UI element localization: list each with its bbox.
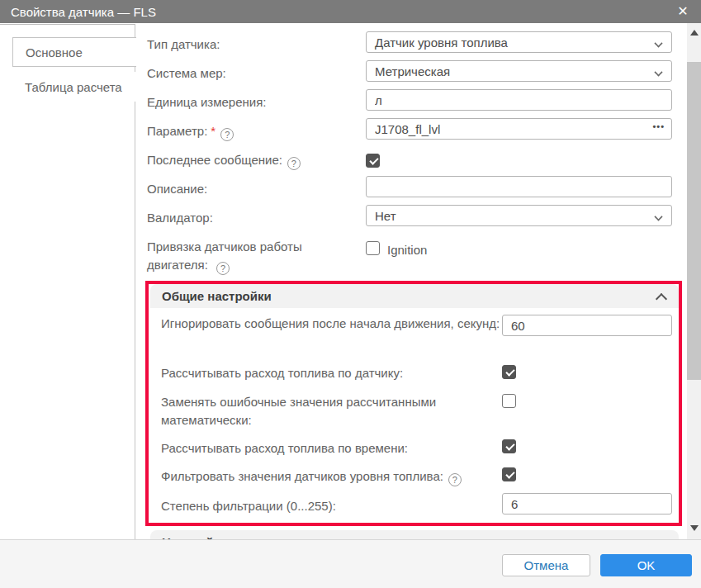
filter-fls-checkbox[interactable]: [502, 467, 516, 481]
fuel-by-sensor-label: Рассчитывать расход топлива по датчику:: [161, 364, 504, 382]
parameter-input[interactable]: [366, 118, 672, 140]
engine-binding-label: Привязка датчиков работы двигателя: ?: [147, 238, 352, 275]
unit-input[interactable]: [366, 89, 672, 111]
help-icon[interactable]: ?: [220, 128, 234, 141]
sensor-type-value: Датчик уровня топлива: [375, 36, 508, 50]
fuel-by-time-label: Рассчитывать расход топлива по времени:: [161, 439, 504, 458]
last-message-label: Последнее сообщение:?: [147, 151, 301, 170]
scrollbar-thumb[interactable]: [687, 62, 701, 380]
help-icon[interactable]: ?: [448, 473, 462, 486]
parameter-more-button[interactable]: •••: [652, 121, 665, 131]
filtration-degree-input[interactable]: [502, 493, 672, 514]
validator-select[interactable]: Нет: [366, 205, 672, 226]
chevron-down-icon: [655, 40, 661, 46]
sensor-properties-dialog: Свойства датчика — FLS ✕ Основное Таблиц…: [0, 0, 701, 588]
replace-errors-checkbox[interactable]: [502, 394, 516, 408]
help-icon[interactable]: ?: [216, 262, 230, 275]
measure-system-value: Метрическая: [375, 64, 450, 78]
general-settings-header: Общие настройки: [150, 284, 679, 308]
ignition-checkbox-label: Ignition: [387, 243, 427, 257]
last-message-checkbox[interactable]: [366, 154, 380, 168]
cancel-button[interactable]: Отмена: [502, 554, 590, 576]
chevron-down-icon: [655, 213, 661, 220]
scroll-up-icon[interactable]: [690, 30, 699, 36]
fuel-by-sensor-checkbox[interactable]: [502, 365, 516, 379]
next-section-header: Настройки: [150, 530, 679, 539]
dialog-titlebar: Свойства датчика — FLS ✕: [0, 0, 701, 23]
tab-calc-table[interactable]: Таблица расчета: [12, 72, 136, 102]
ok-button[interactable]: OK: [600, 554, 692, 576]
measure-system-select[interactable]: Метрическая: [366, 60, 672, 82]
description-input[interactable]: [366, 176, 672, 197]
chevron-down-icon: [655, 69, 661, 75]
help-icon[interactable]: ?: [287, 157, 301, 170]
scroll-down-icon[interactable]: [690, 525, 699, 531]
measure-system-label: Система мер:: [147, 64, 226, 83]
parameter-label: Параметр:*?: [147, 122, 234, 141]
sensor-type-label: Тип датчика:: [147, 36, 220, 54]
required-asterisk: *: [211, 124, 216, 138]
tab-main[interactable]: Основное: [12, 37, 136, 67]
parameter-field-wrap: •••: [366, 118, 672, 140]
collapse-chevron-icon[interactable]: [657, 295, 665, 301]
dialog-footer: Отмена OK: [0, 539, 701, 588]
tab-list: Основное Таблица расчета: [0, 24, 135, 539]
description-label: Описание:: [147, 180, 207, 198]
sensor-type-select[interactable]: Датчик уровня топлива: [366, 31, 672, 53]
filtration-degree-label: Степень фильтрации (0...255):: [161, 497, 504, 515]
ignore-after-motion-label: Игнорировать сообщения после начала движ…: [161, 315, 504, 333]
unit-label: Единица измерения:: [147, 93, 266, 111]
dialog-title: Свойства датчика — FLS: [0, 5, 156, 19]
ignition-checkbox[interactable]: [366, 241, 380, 255]
fuel-by-time-checkbox[interactable]: [502, 439, 516, 453]
ignore-after-motion-input[interactable]: [502, 315, 672, 336]
validator-label: Валидатор:: [147, 209, 213, 227]
validator-value: Нет: [375, 209, 396, 223]
filter-fls-label: Фильтровать значения датчиков уровня топ…: [161, 467, 508, 486]
general-settings-title: Общие настройки: [150, 289, 272, 303]
replace-errors-label: Заменять ошибочные значения рассчитанным…: [161, 393, 491, 429]
vertical-scrollbar[interactable]: [687, 23, 701, 539]
close-icon[interactable]: ✕: [673, 2, 693, 21]
